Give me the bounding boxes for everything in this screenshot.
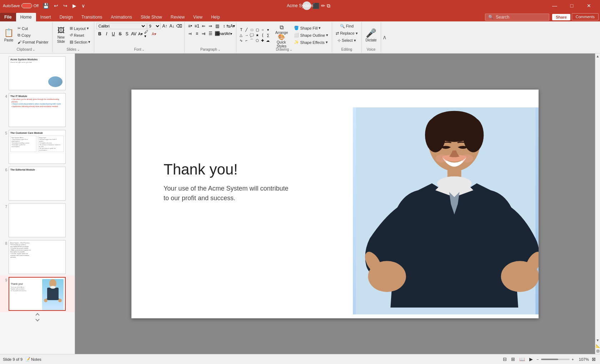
slide-thumb-1[interactable]: Acme System Modules Choose the right one… [0,55,75,92]
comments-button[interactable]: Comments [572,13,599,20]
shape-effects-button[interactable]: ✨ Shape Effects ▾ [292,39,330,46]
char-spacing-button[interactable]: AV [130,31,137,37]
clipboard-expander[interactable]: ⌄ [32,48,35,51]
font-increase-button[interactable]: A↑ [161,23,168,29]
shape-outline-button[interactable]: ⬜ Shape Outline ▾ [292,32,330,39]
autosave[interactable]: AutoSave Off [3,3,39,8]
minimize-button[interactable]: — [546,0,563,11]
pentagon-shape[interactable]: ⬠ [255,38,260,43]
clear-format-button[interactable]: ⌫ [176,23,182,29]
slideshow-button[interactable]: ▶ [528,356,534,363]
ribbon-view-icon[interactable]: ⬛ [312,2,320,9]
maximize-button[interactable]: □ [564,0,580,11]
arrow-shape[interactable]: → [244,33,249,38]
font-family-select[interactable]: Calibri [96,23,146,29]
more-shapes[interactable]: ▾ [265,27,270,32]
cloud-shape[interactable]: ☁ [265,38,270,43]
replace-button[interactable]: ⇄ Replace ▾ [334,30,359,36]
align-center-button[interactable]: ≡ [194,30,200,37]
font-color2-button[interactable]: A▾ [151,31,157,37]
slide-thumb-9[interactable]: 9 Thank you! Your use of the AcmeSystem … [0,275,75,312]
connector-shape[interactable]: ⌐ [244,38,249,43]
scroll-up-button[interactable] [35,313,39,317]
redo-icon[interactable]: ↪ [62,2,69,9]
decrease-indent-button[interactable]: ⇐ [200,23,207,29]
slide-sorter-button[interactable]: ⊞ [510,356,516,363]
scroll-down-arrow[interactable]: ▼ [596,338,600,342]
tab-design[interactable]: Design [55,13,77,21]
shadow-button[interactable]: S [124,31,130,37]
curve-shape[interactable]: ∿ [239,38,244,43]
fit-window-button[interactable]: ⊠ [590,356,597,363]
paste-button[interactable]: 📋 Paste [2,24,15,47]
tab-slideshow[interactable]: Slide Show [136,13,166,21]
numbering-button[interactable]: ≡1 [194,23,200,29]
close-button[interactable]: ✕ [581,0,597,11]
zoom-slider[interactable] [541,359,570,360]
ruler-toggle[interactable]: 📐 [595,343,600,348]
pen-icon[interactable]: ✏ [321,3,325,9]
tab-home[interactable]: Home [16,13,36,21]
tab-file[interactable]: File [0,13,16,21]
layout-button[interactable]: ⊞ Layout ▾ [68,25,92,32]
justify-button[interactable]: ☰ [207,30,214,37]
tab-insert[interactable]: Insert [36,13,55,21]
cut-button[interactable]: ✂ Cut [16,25,50,32]
triangle-shape[interactable]: △ [239,33,244,38]
drawing-expander[interactable]: ⌄ [290,48,292,51]
copy-button[interactable]: ⧉ Copy [16,32,50,39]
presentation-icon[interactable]: ▶ [71,2,78,9]
rounded-rect-shape[interactable]: ▢ [255,27,260,32]
normal-view-button[interactable]: ⊟ [501,356,508,363]
columns-button[interactable]: ▥ [214,23,220,29]
highlight-button[interactable]: 🖊▾ [144,31,150,37]
slide-thumb-6[interactable]: 6 The Editorial Module [0,165,75,202]
format-painter-button[interactable]: 🖌 Format Painter [16,39,50,45]
slide-panel[interactable]: Acme System Modules Choose the right one… [0,54,75,354]
slide-thumb-4[interactable]: 4 The IT Module • Use when you've alread… [0,92,75,128]
fit-slide[interactable]: ⊡ [595,348,600,353]
autosave-toggle[interactable] [21,3,32,8]
search-box[interactable]: 🔍 Search [485,14,549,21]
align-left-button[interactable]: ⫤ [187,30,193,37]
select-button[interactable]: ⊹ Select ▾ [336,37,358,44]
tab-transitions[interactable]: Transitions [77,13,106,21]
scroll-up-arrow[interactable]: ▲ [596,54,600,58]
undo-icon[interactable]: ↩ [52,2,60,9]
arrange-button[interactable]: ⧉ Arrange [272,24,290,35]
oval-shape[interactable]: ○ [260,27,265,32]
reading-view-button[interactable]: 📖 [518,356,526,363]
formula-shape[interactable]: ∑ [265,33,270,38]
dictate-button[interactable]: 🎤 Dictate [364,24,379,47]
bullets-button[interactable]: ≡• [187,23,193,29]
slide-thumb-7[interactable]: 7 [0,202,75,239]
callout-shape[interactable]: 💬 [249,33,254,38]
tab-animations[interactable]: Animations [106,13,136,21]
font-decrease-button[interactable]: A↓ [169,23,175,29]
quick-styles-button[interactable]: 🎨 QuickStyles [272,36,290,46]
section-button[interactable]: ▤ Section ▾ [68,39,92,45]
right-scrollbar[interactable]: ▲ ▼ 📐 ⊡ [595,54,600,354]
scroll-down-button[interactable] [35,317,39,321]
notes-button[interactable]: 📝 Notes [25,357,41,362]
font-size-select[interactable]: 9 [147,23,161,29]
line-shape[interactable]: ╱ [244,27,249,32]
window-mode-icon[interactable]: ⧉ [327,3,330,9]
zoom-out-button[interactable]: − [536,357,539,362]
font-expander[interactable]: ⌄ [142,48,145,51]
slides-expander[interactable]: ⌄ [77,48,80,51]
underline-button[interactable]: U [110,31,116,37]
smartart-button[interactable]: SmartArt▾ [221,30,227,37]
slide-thumb-8[interactable]: 8 Acme System - Best Practices• Know wha… [0,239,75,275]
find-button[interactable]: 🔍 Find [339,23,355,29]
bold-button[interactable]: B [96,31,103,37]
text-direction-button[interactable]: ⇆A▾ [228,23,234,29]
ribbon-collapse[interactable]: ∧ [382,22,387,52]
slide-thumb-5[interactable]: 5 The Customer Care Module New System Al… [0,128,75,165]
align-right-button[interactable]: ⫥ [200,30,207,37]
shape-fill-button[interactable]: 🪣 Shape Fill ▾ [292,25,330,31]
save-icon[interactable]: 💾 [41,2,50,9]
arc-shape[interactable]: ⌒ [249,38,254,43]
tab-help[interactable]: Help [207,13,224,21]
reset-button[interactable]: ↺ Reset [68,32,92,39]
